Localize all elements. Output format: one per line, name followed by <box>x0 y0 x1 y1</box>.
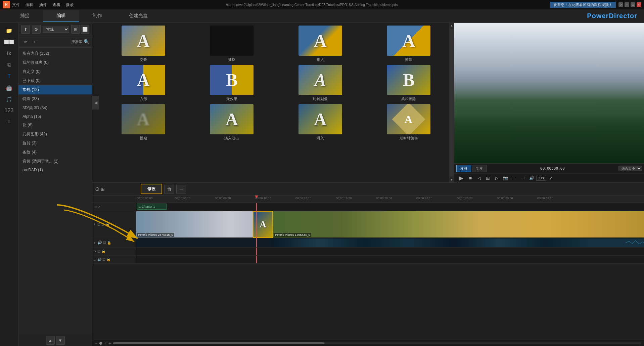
menu-play[interactable]: 播放 <box>66 2 74 8</box>
minimize-btn[interactable]: − <box>625 2 629 7</box>
sidebar-audio[interactable]: 🎵 <box>3 94 15 104</box>
next-frame-btn[interactable]: ▷ <box>493 176 501 180</box>
zoom-out-btn[interactable]: − <box>95 341 97 346</box>
mark-out-btn[interactable]: ⊣ <box>519 176 527 180</box>
sidebar-effects[interactable]: fx <box>3 48 15 58</box>
fit-timeline-btn[interactable]: ⊞ <box>101 186 105 192</box>
video-clip-1[interactable]: Pexels Videos 2474616_0 <box>136 211 254 237</box>
transition-ab[interactable]: 抽换 <box>189 26 275 62</box>
audio-1-check[interactable]: ☑ <box>103 241 106 245</box>
cat-downloaded[interactable]: 已下载 (0) <box>18 76 92 85</box>
sidebar-ai[interactable]: 🤖 <box>3 83 15 93</box>
welcome-message[interactable]: 欢迎您！在此查看所有的教程视频！ <box>550 2 616 8</box>
sidebar-caption[interactable]: 123 <box>3 105 15 116</box>
tab-capture[interactable]: 捕捉 <box>7 10 43 22</box>
transition-in-timeline[interactable]: A <box>253 211 273 238</box>
sidebar-chapter[interactable]: ≡ <box>3 117 15 127</box>
tab-disc[interactable]: 创建光盘 <box>116 10 161 22</box>
zoom-slider-handle[interactable] <box>99 342 102 345</box>
cat-special[interactable]: 特殊 (33) <box>18 94 92 103</box>
transition-square[interactable]: A 方形 <box>100 65 186 101</box>
add-track-btn[interactable]: + <box>108 341 111 346</box>
size-select[interactable]: 适合大小 <box>618 166 642 171</box>
transition-noeffect[interactable]: B 无效果 <box>189 65 275 101</box>
track-1-lock[interactable]: 🔓 <box>105 223 109 226</box>
sort-select[interactable]: 常规 <box>43 26 69 33</box>
tab-edit[interactable]: 编辑 <box>43 10 79 22</box>
menu-bar[interactable]: 文件 编辑 插件 查看 播放 <box>12 2 74 8</box>
volume-btn[interactable]: 🔊 <box>527 176 536 180</box>
transition-push[interactable]: A 推入 <box>277 26 363 62</box>
cat-block[interactable]: 块 (6) <box>18 121 92 130</box>
track-1-check[interactable]: ☑ <box>101 223 104 226</box>
timeline-tracks[interactable]: ⊙ ✓ 1. Chapter 1 1. ☑ <box>92 203 644 340</box>
cat-geometry[interactable]: 几何图形 (42) <box>18 130 92 139</box>
list-view-btn[interactable]: ⬜ <box>81 25 89 34</box>
effect-undo-btn[interactable]: ↩ <box>31 37 40 46</box>
snapshot-btn[interactable]: 📷 <box>501 176 509 180</box>
scroll-down-btn[interactable]: ▼ <box>56 336 65 345</box>
scroll-down-icon[interactable]: ▼ <box>449 177 454 182</box>
transition-clockwise[interactable]: A 顺时针旋转 <box>366 104 452 141</box>
restore-btn[interactable]: □ <box>631 2 635 7</box>
transition-wipe[interactable]: A 擦除 <box>366 26 452 62</box>
transitions-scroll[interactable]: A 交叠 抽换 A 推入 <box>99 23 454 182</box>
cat-custom[interactable]: 自定义 (0) <box>18 67 92 76</box>
mode-clip-btn[interactable]: 片段 <box>456 165 471 172</box>
transition-dissolve[interactable]: B 柔和擦除 <box>366 65 452 101</box>
sidebar-transition[interactable]: ⬜⬜ <box>3 37 15 47</box>
grid-view-btn[interactable]: ⊞ <box>71 25 80 34</box>
scroll-up-btn[interactable]: ▲ <box>46 336 55 345</box>
close-btn[interactable]: ✕ <box>637 2 641 7</box>
fx-lock[interactable]: 🔓 <box>101 250 105 253</box>
menu-file[interactable]: 文件 <box>12 2 20 8</box>
settings-btn[interactable]: ⚙ <box>32 25 41 34</box>
import-btn[interactable]: ⬆ <box>21 25 30 34</box>
menu-edit[interactable]: 编辑 <box>26 2 34 8</box>
delete-btn[interactable]: 🗑 <box>164 185 174 193</box>
zoom-in-btn[interactable]: + <box>104 341 106 346</box>
transition-cross[interactable]: A 交叠 <box>100 26 186 62</box>
fx-check[interactable]: ☑ <box>97 250 100 253</box>
split-btn[interactable]: ⊣ <box>176 185 186 193</box>
fullscreen-btn[interactable]: ⤢ <box>547 175 555 181</box>
transition-clock[interactable]: A 时钟划像 <box>277 65 363 101</box>
track-2-speaker[interactable]: 🔊 <box>97 258 101 261</box>
play-btn[interactable]: ▶ <box>456 174 466 182</box>
cat-3d[interactable]: 3D/类 3D (34) <box>18 103 92 113</box>
help-btn[interactable]: ? <box>618 2 623 7</box>
audio-1-lock[interactable]: 🔓 <box>107 241 111 245</box>
search-icon[interactable]: 🔍 <box>84 39 89 44</box>
audio-1-speaker[interactable]: 🔊 <box>97 241 102 245</box>
cat-rotate[interactable]: 旋转 (3) <box>18 139 92 148</box>
track-2-check[interactable]: ☑ <box>102 258 105 261</box>
transition-blur[interactable]: A 模糊 <box>100 104 186 141</box>
mode-full-btn[interactable]: 全片 <box>472 165 487 172</box>
cat-all[interactable]: 所有内容 (152) <box>18 49 92 58</box>
sidebar-media[interactable]: 📁 <box>3 26 15 36</box>
transition-slidein[interactable]: A 滑入 <box>277 104 363 141</box>
sidebar-pip[interactable]: ⧉ <box>3 60 15 70</box>
cat-alpha[interactable]: Alpha (15) <box>18 113 92 121</box>
transition-fadeinout[interactable]: A 淡入淡出 <box>189 104 275 141</box>
cat-stripe[interactable]: 条纹 (4) <box>18 148 92 157</box>
menu-plugins[interactable]: 插件 <box>39 2 47 8</box>
tab-produce[interactable]: 制作 <box>79 10 116 22</box>
scroll-up-icon[interactable]: ▲ <box>449 23 454 28</box>
scroll-left-arrow[interactable]: ◀ <box>92 96 99 110</box>
threed-btn[interactable]: 3D▼ <box>536 176 546 181</box>
menu-view[interactable]: 查看 <box>52 2 60 8</box>
cat-favorites[interactable]: 我的收藏夹 (0) <box>18 58 92 67</box>
timeline-scrollbar[interactable] <box>113 342 641 344</box>
cat-normal[interactable]: 常规 (12) <box>18 85 92 94</box>
effect-pencil-btn[interactable]: ✏ <box>21 37 30 46</box>
track-2-lock[interactable]: 🔓 <box>106 258 110 261</box>
sidebar-title[interactable]: T <box>3 71 15 81</box>
video-clip-2[interactable]: Pexels Videos 1605434_0 <box>273 211 644 237</box>
cat-audio[interactable]: 音频 (适用于音... (2) <box>18 157 92 166</box>
prev-frame-btn[interactable]: ◁ <box>475 176 483 180</box>
stop-btn[interactable]: ■ <box>466 175 474 181</box>
track-1-eye[interactable]: ☑ <box>97 223 100 226</box>
speed-btn[interactable]: ⊞ <box>484 175 492 181</box>
modify-button[interactable]: 修改 <box>141 184 162 194</box>
